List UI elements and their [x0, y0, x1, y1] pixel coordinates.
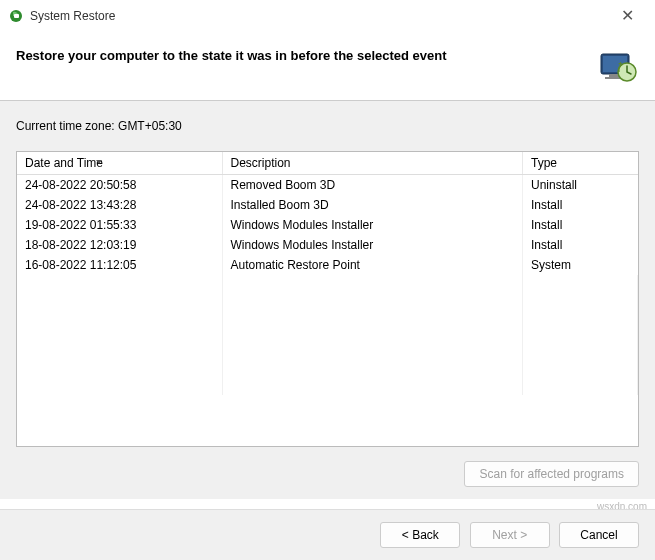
table-row[interactable]: 19-08-2022 01:55:33 Windows Modules Inst…: [17, 215, 638, 235]
cell-type: Install: [523, 235, 638, 255]
cell-desc: Windows Modules Installer: [222, 215, 523, 235]
column-header-description[interactable]: Description: [222, 152, 523, 175]
cell-date: 24-08-2022 20:50:58: [17, 175, 222, 196]
column-header-date[interactable]: Date and Time: [17, 152, 222, 175]
footer: < Back Next > Cancel: [0, 509, 655, 560]
cell-date: 16-08-2022 11:12:05: [17, 255, 222, 275]
next-button[interactable]: Next >: [470, 522, 550, 548]
table-row[interactable]: 18-08-2022 12:03:19 Windows Modules Inst…: [17, 235, 638, 255]
cell-desc: Automatic Restore Point: [222, 255, 523, 275]
scan-affected-programs-button[interactable]: Scan for affected programs: [464, 461, 639, 487]
cell-type: System: [523, 255, 638, 275]
table-row[interactable]: 24-08-2022 13:43:28 Installed Boom 3D In…: [17, 195, 638, 215]
cell-type: Install: [523, 215, 638, 235]
close-button[interactable]: ✕: [607, 8, 647, 24]
table-row[interactable]: 24-08-2022 20:50:58 Removed Boom 3D Unin…: [17, 175, 638, 196]
restore-monitor-icon: [597, 46, 639, 88]
cell-date: 24-08-2022 13:43:28: [17, 195, 222, 215]
table-row-empty: [17, 315, 638, 335]
header: Restore your computer to the state it wa…: [0, 32, 655, 101]
system-restore-icon: [8, 8, 24, 24]
cell-date: 18-08-2022 12:03:19: [17, 235, 222, 255]
column-header-type[interactable]: Type: [523, 152, 638, 175]
cell-date: 19-08-2022 01:55:33: [17, 215, 222, 235]
window-title: System Restore: [30, 9, 607, 23]
table-row-empty: [17, 355, 638, 375]
table-row-empty: [17, 375, 638, 395]
table-row-empty: [17, 275, 638, 295]
cell-desc: Windows Modules Installer: [222, 235, 523, 255]
cancel-button[interactable]: Cancel: [559, 522, 639, 548]
table-row-empty: [17, 295, 638, 315]
back-button[interactable]: < Back: [380, 522, 460, 548]
table-row-empty: [17, 335, 638, 355]
titlebar: System Restore ✕: [0, 0, 655, 32]
timezone-label: Current time zone: GMT+05:30: [16, 119, 639, 133]
cell-type: Install: [523, 195, 638, 215]
restore-points-table[interactable]: Date and Time Description Type 24-08-202…: [16, 151, 639, 447]
content-area: Current time zone: GMT+05:30 Date and Ti…: [0, 101, 655, 499]
cell-desc: Removed Boom 3D: [222, 175, 523, 196]
cell-desc: Installed Boom 3D: [222, 195, 523, 215]
cell-type: Uninstall: [523, 175, 638, 196]
table-row[interactable]: 16-08-2022 11:12:05 Automatic Restore Po…: [17, 255, 638, 275]
page-headline: Restore your computer to the state it wa…: [16, 46, 597, 63]
svg-rect-1: [14, 14, 19, 18]
